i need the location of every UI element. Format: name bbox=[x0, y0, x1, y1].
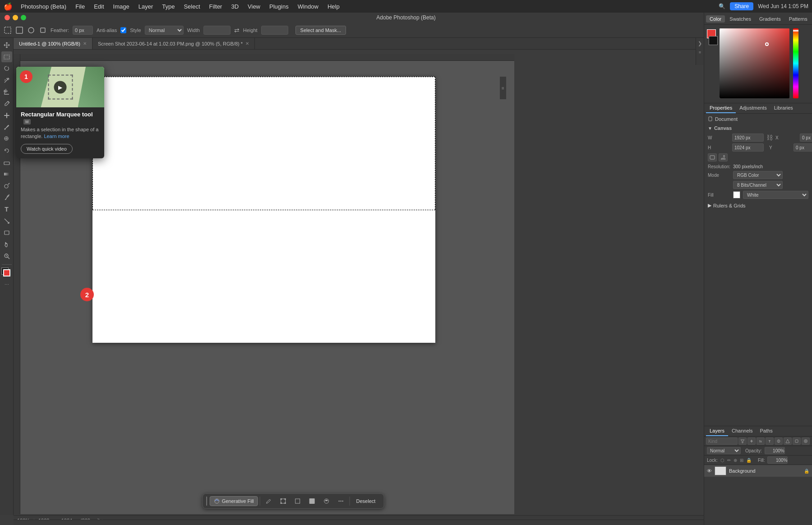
layer-filter-icon[interactable] bbox=[738, 438, 747, 445]
menu-edit[interactable]: Edit bbox=[90, 2, 107, 11]
color-picker-dot[interactable] bbox=[765, 42, 769, 46]
lock-position-icon[interactable]: ⊕ bbox=[734, 458, 737, 463]
ctx-fill-button[interactable] bbox=[305, 497, 319, 506]
hue-slider[interactable] bbox=[793, 28, 798, 98]
gradient-tool[interactable] bbox=[1, 169, 12, 180]
menu-window[interactable]: Window bbox=[294, 2, 322, 11]
apple-menu[interactable]: 🍎 bbox=[4, 2, 13, 11]
tab-gradients[interactable]: Gradients bbox=[756, 15, 784, 23]
watch-video-button[interactable]: Watch quick video bbox=[21, 144, 73, 154]
canvas-document[interactable] bbox=[92, 77, 435, 343]
layer-fx-icon[interactable]: fx bbox=[757, 438, 765, 445]
search-icon[interactable]: 🔍 bbox=[719, 3, 725, 9]
layer-shape-icon[interactable] bbox=[784, 438, 792, 445]
minimize-button[interactable] bbox=[13, 15, 18, 20]
eraser-tool[interactable] bbox=[1, 157, 12, 168]
menu-image[interactable]: Image bbox=[110, 2, 133, 11]
layers-kind-filter[interactable] bbox=[706, 438, 738, 445]
tab-properties[interactable]: Properties bbox=[706, 103, 736, 113]
ctx-edit-button[interactable] bbox=[262, 497, 276, 506]
shape-tool[interactable] bbox=[1, 227, 12, 238]
panel-collapse-handle[interactable]: ≡ bbox=[500, 77, 506, 99]
brush-tool[interactable] bbox=[1, 122, 12, 133]
layer-visibility-eye[interactable]: 👁 bbox=[707, 468, 712, 474]
color-swatches[interactable] bbox=[1, 267, 12, 278]
hand-tool[interactable] bbox=[1, 239, 12, 250]
tab-patterns[interactable]: Patterns bbox=[785, 15, 811, 23]
brush-panel-icon[interactable]: ≡ bbox=[699, 50, 701, 55]
ctx-crop-button[interactable] bbox=[291, 497, 304, 506]
menu-file[interactable]: File bbox=[72, 2, 88, 11]
style-select[interactable]: Normal Fixed Ratio Fixed Size bbox=[145, 26, 184, 35]
canvas-x-input[interactable] bbox=[800, 134, 812, 142]
lock-transparency-icon[interactable]: ⬡ bbox=[720, 458, 724, 463]
bits-select[interactable]: 8 Bits/Channel 16 Bits/Channel 32 Bits/C… bbox=[733, 181, 783, 189]
color-gradient-picker[interactable] bbox=[720, 28, 789, 98]
height-input[interactable] bbox=[261, 26, 288, 35]
layer-adjustment-icon[interactable] bbox=[775, 438, 783, 445]
tab-libraries[interactable]: Libraries bbox=[770, 103, 797, 113]
fill-select[interactable]: White Black Transparent Background Color bbox=[743, 191, 808, 199]
menu-layer[interactable]: Layer bbox=[135, 2, 157, 11]
type-tool[interactable]: T bbox=[1, 204, 12, 215]
tab-screenshot-close[interactable]: ✕ bbox=[245, 41, 249, 46]
move-tool[interactable] bbox=[1, 40, 12, 51]
learn-more-link[interactable]: Learn more bbox=[44, 134, 69, 139]
menu-help[interactable]: Help bbox=[324, 2, 343, 11]
bg-color-swatch[interactable] bbox=[709, 36, 718, 45]
eyedropper-tool[interactable] bbox=[1, 98, 12, 109]
generative-fill-button[interactable]: Generative Fill bbox=[210, 496, 258, 506]
canvas-size-icon[interactable] bbox=[708, 153, 717, 161]
play-button-area[interactable]: ▶ bbox=[48, 75, 73, 100]
rulers-grids-header[interactable]: ▶ Rulers & Grids bbox=[708, 201, 808, 210]
menu-type[interactable]: Type bbox=[158, 2, 178, 11]
lock-all-icon[interactable]: 🔒 bbox=[746, 458, 752, 463]
lasso-tool[interactable] bbox=[1, 63, 12, 74]
pen-tool[interactable] bbox=[1, 192, 12, 203]
tab-layers[interactable]: Layers bbox=[706, 426, 728, 436]
menu-filter[interactable]: Filter bbox=[206, 2, 226, 11]
layer-type-icon[interactable]: T bbox=[766, 438, 774, 445]
extra-tools[interactable]: ⋯ bbox=[3, 281, 10, 287]
fill-pct-input[interactable] bbox=[767, 456, 788, 464]
deselect-button[interactable]: Deselect bbox=[352, 497, 380, 505]
tab-color[interactable]: Color bbox=[706, 15, 725, 23]
tab-adjustments[interactable]: Adjustments bbox=[736, 103, 770, 113]
image-size-icon[interactable] bbox=[719, 153, 728, 161]
share-button[interactable]: Share bbox=[730, 2, 753, 10]
close-button[interactable] bbox=[5, 15, 10, 20]
tab-paths[interactable]: Paths bbox=[757, 426, 776, 436]
anti-alias-checkbox[interactable] bbox=[120, 26, 126, 35]
marquee-tool[interactable] bbox=[1, 51, 12, 62]
selection-mode-icon[interactable] bbox=[15, 26, 23, 34]
blend-mode-select[interactable]: Normal Multiply Screen bbox=[707, 447, 741, 454]
swap-icon[interactable]: ⇄ bbox=[234, 27, 240, 34]
scrollbar-horizontal[interactable] bbox=[14, 520, 704, 525]
history-brush-tool[interactable] bbox=[1, 145, 12, 156]
mode-select[interactable]: RGB Color CMYK Color Grayscale bbox=[733, 171, 783, 179]
link-dimensions[interactable]: ⛓ bbox=[766, 134, 773, 142]
layer-settings-icon[interactable] bbox=[802, 438, 810, 445]
path-selection-tool[interactable] bbox=[1, 216, 12, 226]
canvas-width-input[interactable] bbox=[732, 134, 764, 142]
layer-lock-icon[interactable]: 🔒 bbox=[804, 469, 809, 474]
menu-3d[interactable]: 3D bbox=[227, 2, 242, 11]
tab-channels[interactable]: Channels bbox=[728, 426, 756, 436]
select-mask-button[interactable]: Select and Mask... bbox=[295, 26, 346, 35]
play-button[interactable]: ▶ bbox=[54, 81, 67, 93]
canvas-height-input[interactable] bbox=[732, 143, 764, 152]
zoom-tool[interactable] bbox=[1, 251, 12, 262]
ctx-transform-button[interactable] bbox=[277, 497, 290, 506]
tab-untitled-close[interactable]: ✕ bbox=[83, 41, 87, 46]
panel-toggle-icon[interactable]: ❯ bbox=[698, 41, 702, 46]
healing-tool[interactable] bbox=[1, 110, 12, 121]
layer-add-icon[interactable] bbox=[747, 438, 756, 445]
tab-untitled[interactable]: Untitled-1 @ 100% (RGB/8) ✕ bbox=[14, 38, 92, 49]
layer-row-background[interactable]: 👁 Background 🔒 bbox=[704, 465, 812, 477]
fill-swatch[interactable] bbox=[733, 191, 740, 198]
layer-smart-icon[interactable] bbox=[793, 438, 801, 445]
lock-artboard-icon[interactable]: ⊞ bbox=[740, 458, 743, 463]
magic-wand-tool[interactable] bbox=[1, 75, 12, 86]
canvas-y-input[interactable] bbox=[794, 143, 812, 152]
lock-image-icon[interactable]: ✏ bbox=[727, 458, 731, 463]
